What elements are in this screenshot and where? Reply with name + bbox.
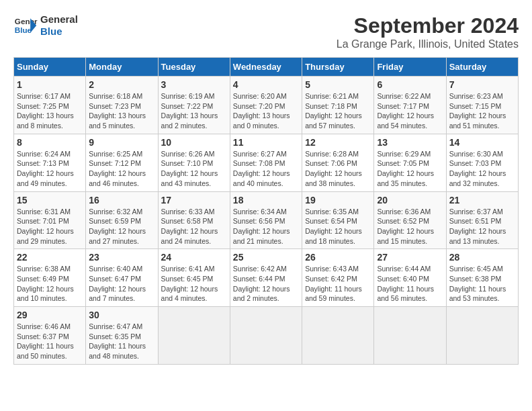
- header-row: SundayMondayTuesdayWednesdayThursdayFrid…: [14, 58, 519, 77]
- header-cell-wednesday: Wednesday: [230, 58, 302, 77]
- day-number: 10: [161, 137, 227, 148]
- header-cell-saturday: Saturday: [446, 58, 518, 77]
- day-number: 21: [449, 195, 515, 205]
- calendar-table: SundayMondayTuesdayWednesdayThursdayFrid…: [13, 57, 519, 365]
- day-cell: 20Sunrise: 6:36 AM Sunset: 6:52 PM Dayli…: [374, 191, 446, 249]
- day-cell: [302, 307, 374, 365]
- page-subtitle: La Grange Park, Illinois, United States: [337, 38, 519, 50]
- day-info: Sunrise: 6:35 AM Sunset: 6:54 PM Dayligh…: [305, 207, 371, 246]
- title-block: September 2024 La Grange Park, Illinois,…: [337, 13, 519, 50]
- day-cell: 10Sunrise: 6:26 AM Sunset: 7:10 PM Dayli…: [158, 134, 230, 191]
- day-number: 14: [449, 137, 515, 148]
- day-info: Sunrise: 6:45 AM Sunset: 6:38 PM Dayligh…: [449, 264, 515, 304]
- day-info: Sunrise: 6:26 AM Sunset: 7:10 PM Dayligh…: [161, 149, 227, 189]
- day-cell: 28Sunrise: 6:45 AM Sunset: 6:38 PM Dayli…: [446, 249, 518, 307]
- day-number: 28: [449, 252, 515, 263]
- day-cell: 13Sunrise: 6:29 AM Sunset: 7:05 PM Dayli…: [374, 134, 446, 191]
- day-number: 18: [233, 195, 299, 205]
- day-number: 2: [89, 79, 154, 90]
- day-number: 29: [17, 310, 83, 320]
- day-cell: 27Sunrise: 6:44 AM Sunset: 6:40 PM Dayli…: [374, 249, 446, 307]
- day-number: 17: [161, 195, 227, 205]
- day-number: 30: [89, 310, 154, 320]
- day-cell: 14Sunrise: 6:30 AM Sunset: 7:03 PM Dayli…: [446, 134, 518, 191]
- day-number: 12: [305, 137, 371, 148]
- header-cell-monday: Monday: [86, 58, 158, 77]
- header-cell-friday: Friday: [374, 58, 446, 77]
- day-cell: 26Sunrise: 6:43 AM Sunset: 6:42 PM Dayli…: [302, 249, 374, 307]
- day-info: Sunrise: 6:24 AM Sunset: 7:13 PM Dayligh…: [17, 149, 83, 189]
- logo-line2: Blue: [40, 26, 78, 38]
- day-number: 22: [17, 252, 83, 263]
- day-number: 5: [305, 79, 371, 90]
- day-cell: 15Sunrise: 6:31 AM Sunset: 7:01 PM Dayli…: [14, 191, 86, 249]
- day-cell: 17Sunrise: 6:33 AM Sunset: 6:58 PM Dayli…: [158, 191, 230, 249]
- day-cell: 7Sunrise: 6:23 AM Sunset: 7:15 PM Daylig…: [446, 77, 518, 134]
- day-info: Sunrise: 6:29 AM Sunset: 7:05 PM Dayligh…: [377, 149, 443, 189]
- day-cell: 29Sunrise: 6:46 AM Sunset: 6:37 PM Dayli…: [14, 307, 86, 365]
- day-info: Sunrise: 6:20 AM Sunset: 7:20 PM Dayligh…: [233, 91, 299, 131]
- day-number: 16: [89, 195, 154, 205]
- day-info: Sunrise: 6:44 AM Sunset: 6:40 PM Dayligh…: [377, 264, 443, 304]
- page-title: September 2024: [337, 13, 519, 38]
- day-number: 26: [305, 252, 371, 263]
- day-cell: [230, 307, 302, 365]
- day-cell: 24Sunrise: 6:41 AM Sunset: 6:45 PM Dayli…: [158, 249, 230, 307]
- day-cell: [446, 307, 518, 365]
- day-cell: 21Sunrise: 6:37 AM Sunset: 6:51 PM Dayli…: [446, 191, 518, 249]
- header-cell-tuesday: Tuesday: [158, 58, 230, 77]
- day-info: Sunrise: 6:42 AM Sunset: 6:44 PM Dayligh…: [233, 264, 299, 304]
- day-number: 1: [17, 79, 83, 90]
- day-number: 4: [233, 79, 299, 90]
- day-cell: 8Sunrise: 6:24 AM Sunset: 7:13 PM Daylig…: [14, 134, 86, 191]
- day-number: 15: [17, 195, 83, 205]
- day-number: 6: [377, 79, 443, 90]
- day-cell: 4Sunrise: 6:20 AM Sunset: 7:20 PM Daylig…: [230, 77, 302, 134]
- header-cell-sunday: Sunday: [14, 58, 86, 77]
- day-number: 3: [161, 79, 227, 90]
- day-number: 19: [305, 195, 371, 205]
- day-cell: 5Sunrise: 6:21 AM Sunset: 7:18 PM Daylig…: [302, 77, 374, 134]
- day-cell: 22Sunrise: 6:38 AM Sunset: 6:49 PM Dayli…: [14, 249, 86, 307]
- day-cell: 6Sunrise: 6:22 AM Sunset: 7:17 PM Daylig…: [374, 77, 446, 134]
- day-number: 7: [449, 79, 515, 90]
- day-info: Sunrise: 6:43 AM Sunset: 6:42 PM Dayligh…: [305, 264, 371, 304]
- day-info: Sunrise: 6:34 AM Sunset: 6:56 PM Dayligh…: [233, 207, 299, 246]
- day-cell: 23Sunrise: 6:40 AM Sunset: 6:47 PM Dayli…: [86, 249, 158, 307]
- day-info: Sunrise: 6:25 AM Sunset: 7:12 PM Dayligh…: [89, 149, 154, 189]
- day-cell: 2Sunrise: 6:18 AM Sunset: 7:23 PM Daylig…: [86, 77, 158, 134]
- day-info: Sunrise: 6:30 AM Sunset: 7:03 PM Dayligh…: [449, 149, 515, 189]
- day-cell: 11Sunrise: 6:27 AM Sunset: 7:08 PM Dayli…: [230, 134, 302, 191]
- day-cell: 1Sunrise: 6:17 AM Sunset: 7:25 PM Daylig…: [14, 77, 86, 134]
- day-number: 11: [233, 137, 299, 148]
- day-info: Sunrise: 6:37 AM Sunset: 6:51 PM Dayligh…: [449, 207, 515, 246]
- day-info: Sunrise: 6:47 AM Sunset: 6:35 PM Dayligh…: [89, 322, 154, 361]
- calendar-header: SundayMondayTuesdayWednesdayThursdayFrid…: [14, 58, 519, 77]
- svg-text:Blue: Blue: [15, 26, 32, 34]
- day-number: 23: [89, 252, 154, 263]
- week-row-2: 8Sunrise: 6:24 AM Sunset: 7:13 PM Daylig…: [14, 134, 519, 191]
- day-info: Sunrise: 6:41 AM Sunset: 6:45 PM Dayligh…: [161, 264, 227, 304]
- day-info: Sunrise: 6:32 AM Sunset: 6:59 PM Dayligh…: [89, 207, 154, 246]
- day-info: Sunrise: 6:21 AM Sunset: 7:18 PM Dayligh…: [305, 91, 371, 131]
- week-row-3: 15Sunrise: 6:31 AM Sunset: 7:01 PM Dayli…: [14, 191, 519, 249]
- day-info: Sunrise: 6:18 AM Sunset: 7:23 PM Dayligh…: [89, 91, 154, 131]
- logo-icon: General Blue: [13, 13, 38, 38]
- week-row-1: 1Sunrise: 6:17 AM Sunset: 7:25 PM Daylig…: [14, 77, 519, 134]
- day-cell: 16Sunrise: 6:32 AM Sunset: 6:59 PM Dayli…: [86, 191, 158, 249]
- day-info: Sunrise: 6:38 AM Sunset: 6:49 PM Dayligh…: [17, 264, 83, 304]
- day-number: 20: [377, 195, 443, 205]
- day-number: 13: [377, 137, 443, 148]
- day-cell: 25Sunrise: 6:42 AM Sunset: 6:44 PM Dayli…: [230, 249, 302, 307]
- day-cell: 9Sunrise: 6:25 AM Sunset: 7:12 PM Daylig…: [86, 134, 158, 191]
- logo: General Blue General Blue: [13, 13, 78, 38]
- day-number: 27: [377, 252, 443, 263]
- day-number: 25: [233, 252, 299, 263]
- day-info: Sunrise: 6:17 AM Sunset: 7:25 PM Dayligh…: [17, 91, 83, 131]
- day-number: 9: [89, 137, 154, 148]
- day-info: Sunrise: 6:22 AM Sunset: 7:17 PM Dayligh…: [377, 91, 443, 131]
- week-row-5: 29Sunrise: 6:46 AM Sunset: 6:37 PM Dayli…: [14, 307, 519, 365]
- day-cell: 19Sunrise: 6:35 AM Sunset: 6:54 PM Dayli…: [302, 191, 374, 249]
- day-info: Sunrise: 6:31 AM Sunset: 7:01 PM Dayligh…: [17, 207, 83, 246]
- header-cell-thursday: Thursday: [302, 58, 374, 77]
